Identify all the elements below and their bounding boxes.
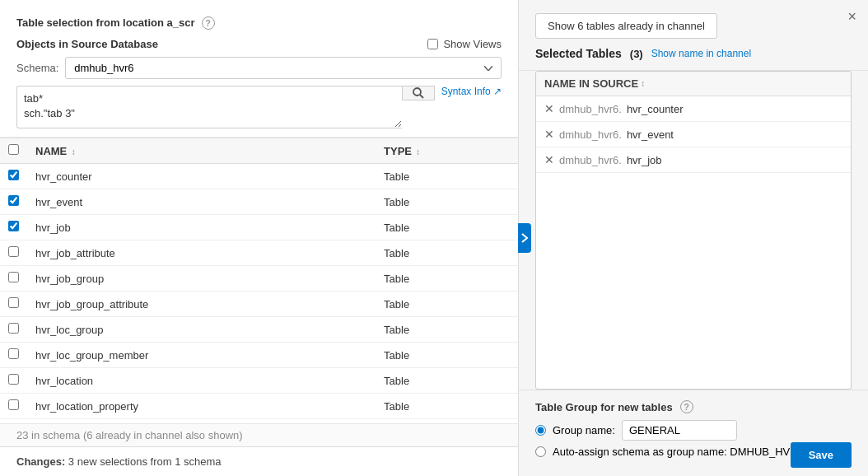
row-name: hvr_job_group [27, 266, 376, 292]
row-type: Table [376, 317, 518, 343]
show-tables-button[interactable]: Show 6 tables already in channel [535, 13, 717, 39]
name-header: NAME ↕ [27, 138, 376, 164]
row-checkbox-cell[interactable] [0, 266, 27, 292]
table-row: hvr_loc_group_member Table [0, 343, 518, 368]
group-name-radio[interactable] [535, 425, 546, 436]
selected-tables-header: Selected Tables (3) Show name in channel [535, 47, 852, 60]
row-name: hvr_job [27, 215, 376, 240]
auto-assign-radio[interactable] [535, 446, 546, 457]
table-row: hvr_location Table [0, 368, 518, 394]
row-checkbox-cell[interactable] [0, 317, 27, 343]
row-checkbox[interactable] [8, 374, 19, 385]
table-group-label: Table Group for new tables ? [535, 400, 852, 413]
row-name: hvr_counter [27, 164, 376, 189]
show-views-checkbox[interactable] [427, 39, 438, 49]
row-checkbox[interactable] [8, 323, 19, 334]
row-checkbox-cell[interactable] [0, 343, 27, 368]
row-checkbox[interactable] [8, 272, 19, 282]
status-text: 23 in schema (6 already in channel also … [16, 429, 243, 441]
row-name: hvr_location [27, 368, 376, 394]
row-name: hvr_job_attribute [27, 240, 376, 266]
group-name-radio-row: Group name: [535, 420, 852, 441]
search-textarea[interactable]: tab* sch."tab 3" [16, 86, 402, 128]
search-icon [412, 86, 425, 100]
objects-label: Objects in Source Database [16, 38, 158, 50]
help-icon[interactable]: ? [202, 16, 215, 30]
row-type: Table [376, 189, 518, 215]
row-checkbox-cell[interactable] [0, 292, 27, 317]
row-type: Table [376, 266, 518, 292]
table-row: hvr_job_group_attribute Table [0, 292, 518, 317]
chevron-right-icon [521, 233, 528, 243]
row-checkbox[interactable] [8, 399, 19, 410]
syntax-link[interactable]: Syntax Info ↗ [435, 86, 502, 97]
show-views-label[interactable]: Show Views [427, 38, 502, 50]
toggle-panel-button[interactable] [518, 223, 531, 253]
schema-label: Schema: [16, 62, 58, 74]
row-checkbox[interactable] [8, 221, 19, 231]
select-all-checkbox[interactable] [8, 144, 19, 155]
col-header-text: NAME IN SOURCE [544, 77, 638, 90]
row-name: hvr_location_property [27, 394, 376, 419]
close-button[interactable]: × [847, 8, 856, 26]
group-name-label: Group name: [553, 424, 615, 436]
show-name-link[interactable]: Show name in channel [651, 48, 751, 59]
right-panel: × Show 6 tables already in channel Selec… [519, 0, 868, 476]
col-sort-icon[interactable]: ↕ [641, 79, 645, 88]
table-row: hvr_job_attribute Table [0, 240, 518, 266]
selected-tables-title: Selected Tables [535, 47, 622, 60]
row-checkbox[interactable] [8, 170, 19, 180]
select-all-cell[interactable] [0, 138, 27, 164]
table-group-help-icon[interactable]: ? [680, 400, 693, 413]
row-checkbox[interactable] [8, 297, 19, 308]
row-type: Table [376, 215, 518, 240]
group-name-input[interactable] [622, 420, 737, 441]
selected-table-row: ✕ dmhub_hvr6.hvr_job [536, 147, 851, 173]
remove-table-button[interactable]: ✕ [544, 102, 554, 115]
row-type: Table [376, 240, 518, 266]
selected-table-header: NAME IN SOURCE ↕ [536, 72, 851, 96]
type-sort-icon[interactable]: ↕ [416, 147, 420, 156]
selected-count: (3) [630, 48, 643, 60]
row-type: Table [376, 394, 518, 419]
row-checkbox-cell[interactable] [0, 240, 27, 266]
selected-name: hvr_job [627, 154, 662, 166]
table-container: NAME ↕ TYPE ↕ hvr_counter Table [0, 138, 518, 423]
row-checkbox-cell[interactable] [0, 164, 27, 189]
schema-select[interactable]: dmhub_hvr6 [65, 57, 502, 79]
row-name: hvr_job_group_attribute [27, 292, 376, 317]
panel-title: Table selection from location a_scr ? [16, 15, 215, 30]
auto-assign-label: Auto-assign schema as group name: DMHUB_… [553, 446, 804, 458]
changes-label: Changes: 3 new selections from 1 schema [16, 455, 222, 468]
title-prefix: Table selection from location [16, 16, 167, 29]
save-button[interactable]: Save [791, 442, 852, 468]
row-checkbox[interactable] [8, 246, 19, 257]
selected-schema: dmhub_hvr6. [559, 154, 622, 166]
selected-name: hvr_counter [627, 103, 684, 115]
remove-table-button[interactable]: ✕ [544, 128, 554, 141]
left-panel: Table selection from location a_scr ? Ob… [0, 0, 519, 476]
panel-header: Table selection from location a_scr ? Ob… [0, 0, 518, 138]
type-header: TYPE ↕ [376, 138, 518, 164]
svg-line-1 [420, 95, 423, 98]
selected-schema: dmhub_hvr6. [559, 103, 622, 115]
table-row: hvr_event Table [0, 189, 518, 215]
row-name: hvr_event [27, 189, 376, 215]
name-sort-icon[interactable]: ↕ [72, 147, 76, 156]
svg-point-0 [413, 88, 421, 96]
row-type: Table [376, 164, 518, 189]
right-panel-top: Show 6 tables already in channel Selecte… [519, 0, 868, 71]
row-name: hvr_loc_group [27, 317, 376, 343]
row-checkbox-cell[interactable] [0, 215, 27, 240]
show-views-text: Show Views [443, 38, 502, 50]
remove-table-button[interactable]: ✕ [544, 153, 554, 166]
table-row: hvr_loc_group Table [0, 317, 518, 343]
row-checkbox[interactable] [8, 348, 19, 359]
row-checkbox-cell[interactable] [0, 368, 27, 394]
row-type: Table [376, 292, 518, 317]
title-bold: a_scr [167, 16, 195, 29]
row-checkbox-cell[interactable] [0, 189, 27, 215]
row-checkbox-cell[interactable] [0, 394, 27, 419]
search-button[interactable] [402, 86, 435, 100]
row-checkbox[interactable] [8, 195, 19, 206]
